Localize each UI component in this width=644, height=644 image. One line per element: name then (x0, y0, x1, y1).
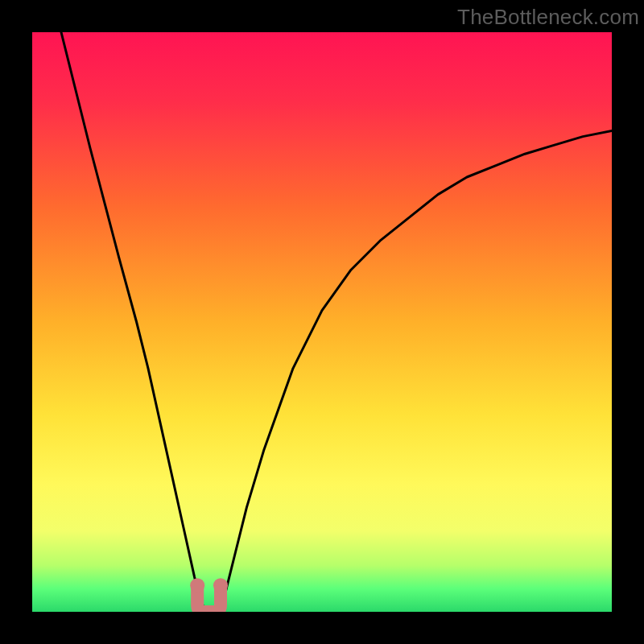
dip-endpoint-dot (190, 578, 204, 592)
watermark-text: TheBottleneck.com (457, 5, 639, 30)
gradient-background (32, 32, 612, 612)
chart-frame: TheBottleneck.com (0, 0, 644, 644)
plot-area (32, 32, 612, 612)
chart-svg (32, 32, 612, 612)
dip-endpoint-dot (213, 578, 228, 592)
